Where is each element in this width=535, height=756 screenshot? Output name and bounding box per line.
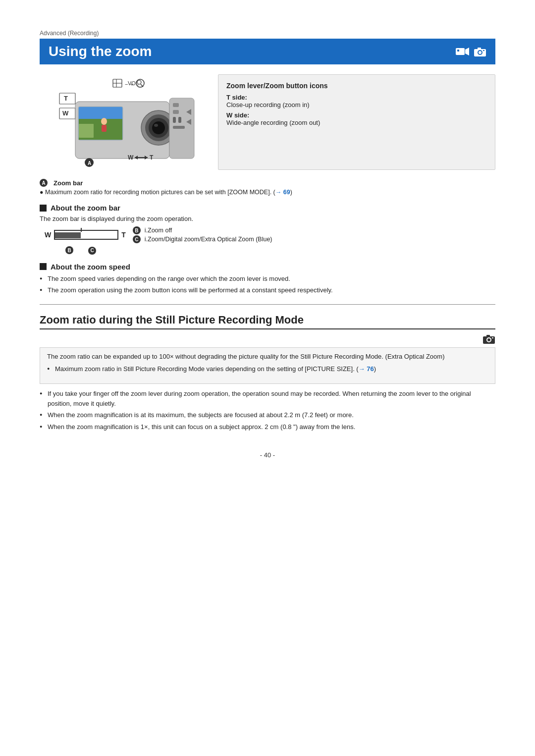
svg-rect-0	[456, 48, 465, 55]
about-zoom-speed-heading: About the zoom speed	[40, 263, 495, 271]
s2-extra-bullet-3: When the zoom magnification is 1×, this …	[40, 422, 495, 432]
camera-icon	[474, 46, 486, 57]
zoom-bar-bc-arrows: B C	[65, 246, 495, 255]
zoom-bc-labels: B i.Zoom off C i.Zoom/Digital zoom/Extra…	[133, 226, 272, 243]
label-b-circle: B	[133, 226, 141, 234]
svg-rect-37	[178, 117, 181, 123]
svg-text:T: T	[64, 95, 68, 102]
label-a-circle: A	[40, 179, 48, 187]
zoom-legend-title: Zoom lever/Zoom button icons	[226, 82, 487, 90]
svg-rect-7	[483, 50, 484, 51]
label-c-circle: C	[133, 235, 141, 243]
svg-text:−: −	[125, 81, 128, 87]
zoom-mode-note: ● Maximum zoom ratio for recording motio…	[40, 189, 495, 196]
w-side-desc: Wide-angle recording (zoom out)	[226, 119, 487, 126]
zoom-speed-bullet-2: The zoom operation using the zoom button…	[40, 285, 495, 295]
video-icon	[456, 46, 470, 57]
camera-diagram: VOL − + T W	[40, 74, 208, 170]
s2-note-bullets: Maximum zoom ratio in Still Picture Reco…	[47, 364, 488, 374]
svg-point-31	[152, 121, 165, 134]
zoom-b-row: B i.Zoom off	[133, 226, 272, 234]
s2-note-text: The zoom ratio can be expanded up to 100…	[47, 353, 444, 360]
svg-rect-27	[102, 125, 107, 132]
svg-rect-34	[173, 103, 179, 107]
s2-extra-bullets: If you take your finger off the zoom lev…	[40, 389, 495, 432]
svg-rect-6	[478, 48, 481, 50]
w-side-label: W side:	[226, 111, 487, 119]
t-side-label: T side:	[226, 94, 487, 101]
section-divider	[40, 304, 495, 305]
svg-point-26	[101, 118, 107, 125]
svg-rect-35	[173, 110, 179, 114]
section2-title: Zoom ratio during the Still Picture Reco…	[40, 314, 495, 329]
svg-rect-25	[79, 124, 94, 138]
zoom-t-label: T	[121, 231, 126, 239]
square-icon2	[40, 263, 47, 270]
svg-text:+: +	[130, 81, 133, 87]
zoom-speed-bullet-1: The zoom speed varies depending on the r…	[40, 274, 495, 284]
svg-text:W: W	[128, 154, 134, 161]
zoom-w-label: W	[45, 231, 51, 239]
square-icon	[40, 205, 47, 212]
zoom-bar-desc: The zoom bar is displayed during the zoo…	[40, 215, 495, 222]
ref-69: → 69	[275, 189, 290, 196]
svg-point-50	[487, 338, 490, 341]
zoom-legend-box: Zoom lever/Zoom button icons T side: Clo…	[218, 74, 495, 170]
zoom-bar-label: Zoom bar	[54, 179, 83, 187]
b-arrow-label: B	[65, 246, 73, 254]
zoom-bar-a-row: A Zoom bar	[40, 179, 495, 187]
zoom-b-label: i.Zoom off	[145, 227, 172, 234]
camera-icon-s2	[482, 333, 495, 344]
zoom-track	[54, 230, 118, 240]
c-arrow-label: C	[88, 246, 98, 255]
svg-rect-2	[457, 50, 459, 52]
svg-point-32	[154, 124, 158, 127]
zoom-speed-bullets: The zoom speed varies depending on the r…	[40, 274, 495, 295]
svg-line-16	[141, 84, 143, 87]
svg-rect-36	[173, 117, 176, 123]
s2-note-bullet-1: Maximum zoom ratio in Still Picture Reco…	[47, 364, 488, 374]
svg-point-5	[479, 51, 482, 54]
s2-extra-bullet-1: If you take your finger off the zoom lev…	[40, 389, 495, 408]
camera-icon-bar	[40, 333, 495, 344]
svg-rect-38	[173, 126, 185, 129]
svg-rect-51	[486, 335, 490, 337]
svg-rect-52	[492, 337, 493, 338]
page: Advanced (Recording) Using the zoom	[0, 0, 535, 756]
zoom-c-row: C i.Zoom/Digital zoom/Extra Optical Zoom…	[133, 235, 272, 243]
svg-marker-1	[465, 48, 469, 55]
svg-text:A: A	[88, 161, 91, 166]
zoom-bar-diagram: W T B i.Zoom off C i.Zoom/Digital zoom/E…	[45, 226, 495, 243]
page-title: Using the zoom	[49, 44, 152, 59]
t-side-desc: Close-up recording (zoom in)	[226, 101, 487, 108]
page-number: - 40 -	[40, 451, 495, 459]
breadcrumb: Advanced (Recording)	[40, 30, 495, 37]
ref-76: → 76	[359, 365, 374, 373]
about-zoom-bar-heading: About the zoom bar	[40, 204, 495, 212]
s2-note-box: The zoom ratio can be expanded up to 100…	[40, 347, 495, 384]
title-bar: Using the zoom	[40, 39, 495, 64]
section-content: VOL − + T W	[40, 74, 495, 170]
zoom-fill	[55, 232, 81, 238]
zoom-tick	[81, 228, 82, 232]
camera-svg: VOL − + T W	[40, 74, 208, 168]
title-icons	[456, 46, 486, 57]
svg-text:W: W	[62, 109, 69, 117]
s2-extra-bullet-2: When the zoom magnification is at its ma…	[40, 410, 495, 420]
zoom-c-label: i.Zoom/Digital zoom/Extra Optical Zoom (…	[145, 236, 272, 243]
svg-text:T: T	[150, 154, 154, 161]
